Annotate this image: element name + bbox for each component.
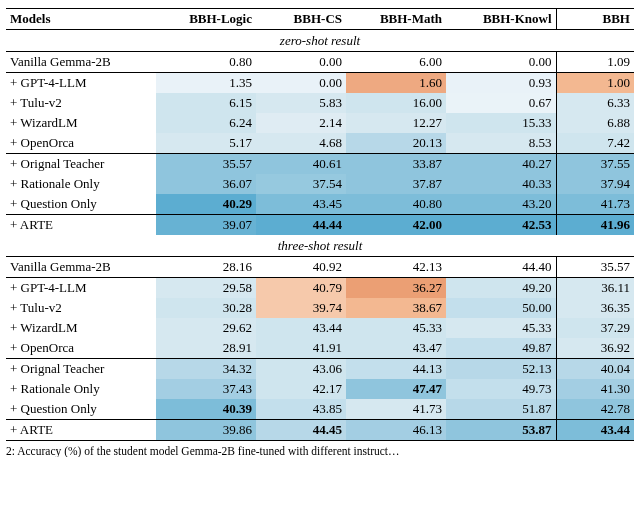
value-cell: 40.04	[556, 359, 634, 380]
value-cell: 34.32	[156, 359, 256, 380]
value-cell: 46.13	[346, 420, 446, 441]
model-name: + Rationale Only	[6, 379, 156, 399]
col-bbh-logic: BBH-Logic	[156, 9, 256, 30]
value-cell: 20.13	[346, 133, 446, 154]
value-cell: 30.28	[156, 298, 256, 318]
model-name: + Tulu-v2	[6, 298, 156, 318]
value-cell: 5.17	[156, 133, 256, 154]
value-cell: 42.78	[556, 399, 634, 420]
table-body: zero-shot resultVanilla Gemma-2B0.800.00…	[6, 30, 634, 441]
value-cell: 36.07	[156, 174, 256, 194]
value-cell: 16.00	[346, 93, 446, 113]
table-row: + Tulu-v230.2839.7438.6750.0036.35	[6, 298, 634, 318]
value-cell: 40.80	[346, 194, 446, 215]
value-cell: 8.53	[446, 133, 556, 154]
value-cell: 40.92	[256, 257, 346, 278]
value-cell: 51.87	[446, 399, 556, 420]
value-cell: 40.27	[446, 154, 556, 175]
value-cell: 1.35	[156, 73, 256, 94]
value-cell: 29.62	[156, 318, 256, 338]
value-cell: 40.39	[156, 399, 256, 420]
table-row: Vanilla Gemma-2B28.1640.9242.1344.4035.5…	[6, 257, 634, 278]
value-cell: 36.11	[556, 278, 634, 299]
model-name: + Orignal Teacher	[6, 154, 156, 175]
value-cell: 43.20	[446, 194, 556, 215]
value-cell: 42.17	[256, 379, 346, 399]
model-name: + Rationale Only	[6, 174, 156, 194]
model-name: + Question Only	[6, 399, 156, 420]
value-cell: 15.33	[446, 113, 556, 133]
table-row: + Rationale Only36.0737.5437.8740.3337.9…	[6, 174, 634, 194]
value-cell: 43.45	[256, 194, 346, 215]
section-heading: zero-shot result	[6, 30, 634, 52]
model-name: Vanilla Gemma-2B	[6, 257, 156, 278]
value-cell: 0.00	[256, 52, 346, 73]
value-cell: 50.00	[446, 298, 556, 318]
value-cell: 0.67	[446, 93, 556, 113]
value-cell: 33.87	[346, 154, 446, 175]
value-cell: 42.00	[346, 215, 446, 236]
model-name: + Question Only	[6, 194, 156, 215]
value-cell: 0.00	[256, 73, 346, 94]
table-row: + GPT-4-LLM1.350.001.600.931.00	[6, 73, 634, 94]
value-cell: 41.91	[256, 338, 346, 359]
section-heading: three-shot result	[6, 235, 634, 257]
value-cell: 45.33	[446, 318, 556, 338]
value-cell: 1.00	[556, 73, 634, 94]
value-cell: 36.35	[556, 298, 634, 318]
value-cell: 41.96	[556, 215, 634, 236]
value-cell: 41.30	[556, 379, 634, 399]
value-cell: 0.93	[446, 73, 556, 94]
value-cell: 0.80	[156, 52, 256, 73]
value-cell: 49.73	[446, 379, 556, 399]
table-row: + ARTE39.8644.4546.1353.8743.44	[6, 420, 634, 441]
results-table: Models BBH-Logic BBH-CS BBH-Math BBH-Kno…	[6, 8, 634, 441]
value-cell: 44.45	[256, 420, 346, 441]
col-bbh: BBH	[556, 9, 634, 30]
value-cell: 49.87	[446, 338, 556, 359]
model-name: Vanilla Gemma-2B	[6, 52, 156, 73]
value-cell: 52.13	[446, 359, 556, 380]
value-cell: 39.07	[156, 215, 256, 236]
value-cell: 6.88	[556, 113, 634, 133]
value-cell: 37.54	[256, 174, 346, 194]
model-name: + WizardLM	[6, 318, 156, 338]
table-row: + GPT-4-LLM29.5840.7936.2749.2036.11	[6, 278, 634, 299]
table-row: + WizardLM6.242.1412.2715.336.88	[6, 113, 634, 133]
value-cell: 37.94	[556, 174, 634, 194]
value-cell: 47.47	[346, 379, 446, 399]
table-row: Vanilla Gemma-2B0.800.006.000.001.09	[6, 52, 634, 73]
table-row: + Rationale Only37.4342.1747.4749.7341.3…	[6, 379, 634, 399]
model-name: + WizardLM	[6, 113, 156, 133]
value-cell: 1.09	[556, 52, 634, 73]
value-cell: 4.68	[256, 133, 346, 154]
table-row: + ARTE39.0744.4442.0042.5341.96	[6, 215, 634, 236]
value-cell: 28.91	[156, 338, 256, 359]
value-cell: 40.29	[156, 194, 256, 215]
value-cell: 42.13	[346, 257, 446, 278]
table-row: + Orignal Teacher35.5740.6133.8740.2737.…	[6, 154, 634, 175]
col-bbh-math: BBH-Math	[346, 9, 446, 30]
model-name: + GPT-4-LLM	[6, 73, 156, 94]
value-cell: 43.47	[346, 338, 446, 359]
value-cell: 0.00	[446, 52, 556, 73]
value-cell: 40.33	[446, 174, 556, 194]
table-caption: 2: Accuracy (%) of the student model Gem…	[6, 445, 634, 457]
value-cell: 1.60	[346, 73, 446, 94]
value-cell: 2.14	[256, 113, 346, 133]
value-cell: 40.61	[256, 154, 346, 175]
value-cell: 43.44	[556, 420, 634, 441]
value-cell: 35.57	[556, 257, 634, 278]
caption-text: Accuracy (%) of the student model Gemma-…	[17, 445, 399, 457]
value-cell: 41.73	[346, 399, 446, 420]
value-cell: 42.53	[446, 215, 556, 236]
value-cell: 35.57	[156, 154, 256, 175]
value-cell: 43.06	[256, 359, 346, 380]
table-row: + Question Only40.2943.4540.8043.2041.73	[6, 194, 634, 215]
table-row: + OpenOrca5.174.6820.138.537.42	[6, 133, 634, 154]
value-cell: 29.58	[156, 278, 256, 299]
value-cell: 37.29	[556, 318, 634, 338]
value-cell: 40.79	[256, 278, 346, 299]
value-cell: 39.74	[256, 298, 346, 318]
table-row: + OpenOrca28.9141.9143.4749.8736.92	[6, 338, 634, 359]
